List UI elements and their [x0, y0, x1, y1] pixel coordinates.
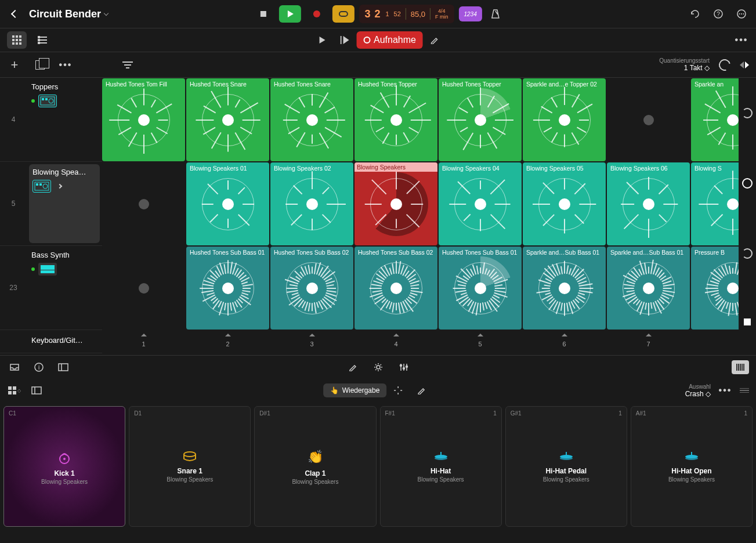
- pad-note: G#1: [511, 410, 522, 417]
- clip-cell[interactable]: Sparkle and…e Topper 02: [523, 78, 606, 161]
- drum-pad[interactable]: G#1 1 Hi-Hat Pedal Blowing Speakers: [505, 406, 627, 527]
- grid-view-button[interactable]: [7, 31, 27, 49]
- waveform-icon: [202, 262, 254, 314]
- clip-cell[interactable]: [102, 247, 185, 330]
- chevron-up-icon: [309, 334, 315, 336]
- brightness-button[interactable]: [371, 360, 386, 375]
- play-from-start-button[interactable]: [310, 31, 333, 49]
- clip-cell[interactable]: [607, 78, 690, 161]
- clip-cell[interactable]: Hushed Tones Topper: [439, 78, 522, 161]
- play-button[interactable]: [278, 5, 301, 23]
- clip-cell[interactable]: Pressure B: [691, 247, 739, 330]
- clip-cell[interactable]: Hushed Tones Sub Bass 02: [355, 247, 437, 330]
- drum-pad[interactable]: A#1 1 Hi-Hat Open Blowing Speakers: [631, 406, 753, 527]
- record-button[interactable]: [305, 5, 327, 23]
- count-in-button[interactable]: 1234: [459, 6, 482, 21]
- info-button[interactable]: i: [31, 360, 46, 375]
- focus-button[interactable]: [386, 382, 410, 399]
- swing-knob[interactable]: [717, 57, 732, 73]
- pad-more-button[interactable]: •••: [718, 383, 733, 398]
- svg-text:i: i: [38, 364, 39, 371]
- scene-trigger[interactable]: 7: [607, 330, 690, 353]
- pad-sidebar-button[interactable]: [29, 383, 44, 398]
- track-more-button[interactable]: •••: [58, 57, 73, 73]
- stop-all-button[interactable]: [744, 318, 751, 325]
- clip-cell[interactable]: Blowing Speakers 06: [607, 162, 690, 245]
- clap-icon: 👏: [308, 448, 323, 465]
- pad-note: C1: [9, 410, 16, 417]
- quantize-control[interactable]: Quantisierungsstart 1 Takt ◇: [659, 57, 710, 72]
- position-sub: 52: [394, 10, 401, 17]
- nudge-control[interactable]: [740, 61, 749, 68]
- clip-cell[interactable]: Blowing Speakers: [355, 162, 437, 245]
- drum-pad[interactable]: C1 Kick 1 Blowing Speakers: [3, 406, 125, 527]
- clip-cell[interactable]: Blowing S: [691, 162, 739, 245]
- clip-cell[interactable]: Hushed Tones Snare: [270, 78, 353, 161]
- inbox-button[interactable]: [7, 360, 22, 375]
- row-knob[interactable]: [742, 178, 753, 189]
- stop-button[interactable]: [252, 5, 274, 23]
- drum-pad[interactable]: F#1 1 Hi-Hat Blowing Speakers: [380, 406, 502, 527]
- track-name[interactable]: Keyboard/Git…: [27, 330, 88, 353]
- drag-handle[interactable]: [740, 388, 749, 393]
- cycle-button[interactable]: [332, 5, 354, 23]
- record-mode-button[interactable]: Aufnahme: [356, 31, 423, 49]
- clip-cell[interactable]: Hushed Tones Sub Bass 01: [439, 247, 522, 330]
- list-view-button[interactable]: [32, 31, 52, 49]
- more-button[interactable]: [734, 6, 749, 21]
- clip-cell[interactable]: Sparkle an: [691, 78, 739, 161]
- selection-display[interactable]: Auswahl Crash ◇: [685, 383, 711, 398]
- drum-pad[interactable]: D#1 👏 Clap 1 Blowing Speakers: [254, 406, 376, 527]
- scene-trigger[interactable]: 5: [439, 330, 522, 353]
- pad-number: 1: [618, 410, 622, 417]
- clip-cell[interactable]: Hushed Tones Topper: [355, 78, 437, 161]
- sidebar-toggle-button[interactable]: [56, 360, 71, 375]
- row-knob[interactable]: [742, 108, 753, 118]
- toolbar-more-button[interactable]: •••: [734, 32, 749, 48]
- kick-icon: [56, 448, 73, 465]
- duplicate-button[interactable]: [32, 57, 48, 73]
- track-header[interactable]: Blowing Spea…: [29, 164, 100, 243]
- clip-cell[interactable]: Blowing Speakers 01: [186, 162, 269, 245]
- keyboard-button[interactable]: [732, 360, 749, 374]
- project-title[interactable]: Circuit Bender: [29, 8, 108, 20]
- svg-point-37: [403, 367, 404, 369]
- drum-pad[interactable]: D1 Snare 1 Blowing Speakers: [129, 406, 251, 527]
- undo-button[interactable]: [688, 6, 703, 21]
- lcd-display[interactable]: 3 2 1 52 85,0 4/4 F min: [359, 5, 454, 23]
- track-header[interactable]: Toppers: [27, 78, 102, 161]
- clip-cell[interactable]: [102, 162, 185, 245]
- help-button[interactable]: ?: [711, 6, 726, 21]
- clip-cell[interactable]: Hushed Tones Snare: [186, 78, 269, 161]
- plus-icon: +: [11, 57, 19, 73]
- clip-cell[interactable]: Hushed Tones Sub Bass 01: [186, 247, 269, 330]
- clip-cell[interactable]: Blowing Speakers 04: [439, 162, 522, 245]
- pad-layout-button[interactable]: ◇: [7, 383, 22, 398]
- scene-trigger[interactable]: 1: [102, 330, 185, 353]
- clip-cell[interactable]: Hushed Tones Tom Fill: [102, 78, 185, 161]
- clip-cell[interactable]: Blowing Speakers 05: [523, 162, 606, 245]
- back-button[interactable]: [7, 6, 23, 22]
- scene-trigger[interactable]: 6: [523, 330, 606, 353]
- scene-trigger[interactable]: 4: [355, 330, 437, 353]
- edit-button[interactable]: [423, 31, 446, 49]
- scene-trigger[interactable]: 2: [186, 330, 269, 353]
- metronome-button[interactable]: [487, 9, 504, 19]
- clip-cell[interactable]: Sparkle and…Sub Bass 01: [523, 247, 606, 330]
- filter-button[interactable]: [120, 57, 135, 73]
- clip-label: Sparkle and…Sub Bass 01: [526, 249, 602, 256]
- scene-trigger[interactable]: 3: [270, 330, 353, 353]
- clip-cell[interactable]: Hushed Tones Sub Bass 02: [270, 247, 353, 330]
- svg-rect-18: [41, 265, 55, 270]
- pad-edit-button[interactable]: [410, 382, 433, 399]
- add-track-button[interactable]: +: [7, 57, 22, 73]
- row-knob[interactable]: [742, 248, 753, 259]
- edit-pencil-button[interactable]: [345, 360, 360, 375]
- play-from-button[interactable]: [333, 31, 356, 49]
- clip-cell[interactable]: Sparkle and…Sub Bass 01: [607, 247, 690, 330]
- mixer-button[interactable]: [396, 360, 411, 375]
- clip-cell[interactable]: Blowing Speakers 02: [270, 162, 353, 245]
- playback-mode-button[interactable]: 👆Wiedergabe: [323, 383, 387, 397]
- pad-kit: Blowing Speakers: [167, 476, 213, 483]
- track-header[interactable]: Bass Synth: [27, 246, 102, 330]
